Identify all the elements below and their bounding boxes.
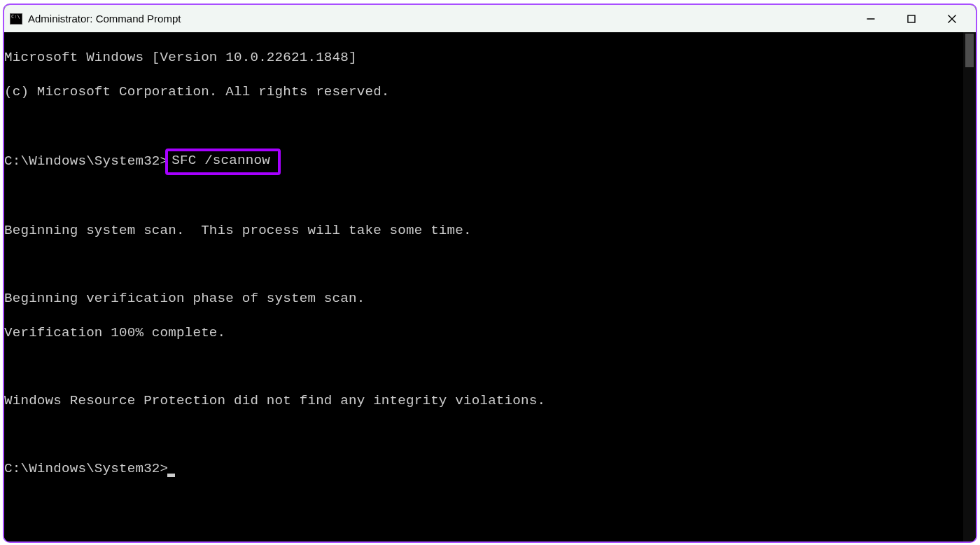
prompt-path: C:\Windows\System32> — [4, 153, 168, 170]
vertical-scrollbar[interactable] — [963, 32, 976, 541]
typed-command: SFC /scannow — [172, 153, 270, 168]
close-button[interactable] — [932, 5, 972, 32]
prompt-path: C:\Windows\System32> — [4, 461, 168, 476]
window-controls — [850, 5, 972, 32]
blank-line — [4, 188, 963, 205]
maximize-icon — [907, 15, 916, 23]
command-line-2: C:\Windows\System32> — [4, 460, 963, 477]
output-line: Beginning verification phase of system s… — [4, 290, 963, 307]
svg-rect-1 — [908, 15, 915, 22]
command-prompt-window: Administrator: Command Prompt Microsoft … — [3, 4, 977, 543]
version-line: Microsoft Windows [Version 10.0.22621.18… — [4, 49, 963, 66]
titlebar[interactable]: Administrator: Command Prompt — [4, 5, 976, 32]
output-line: Beginning system scan. This process will… — [4, 222, 963, 239]
output-line: Verification 100% complete. — [4, 324, 963, 341]
close-icon — [947, 14, 957, 24]
terminal-output[interactable]: Microsoft Windows [Version 10.0.22621.18… — [4, 32, 963, 541]
blank-line — [4, 427, 963, 443]
cursor — [167, 474, 175, 477]
output-line: Windows Resource Protection did not find… — [4, 392, 963, 409]
blank-line — [4, 117, 963, 134]
command-highlight: SFC /scannow — [165, 149, 281, 175]
copyright-line: (c) Microsoft Corporation. All rights re… — [4, 83, 963, 100]
command-line-1: C:\Windows\System32>SFC /scannow — [4, 151, 963, 171]
window-title: Administrator: Command Prompt — [28, 13, 181, 25]
minimize-icon — [867, 15, 875, 23]
blank-line — [4, 359, 963, 375]
cmd-icon — [10, 13, 22, 25]
scrollbar-thumb[interactable] — [965, 34, 974, 67]
minimize-button[interactable] — [850, 5, 891, 32]
maximize-button[interactable] — [891, 5, 932, 32]
blank-line — [4, 256, 963, 273]
terminal-area: Microsoft Windows [Version 10.0.22621.18… — [4, 32, 976, 541]
